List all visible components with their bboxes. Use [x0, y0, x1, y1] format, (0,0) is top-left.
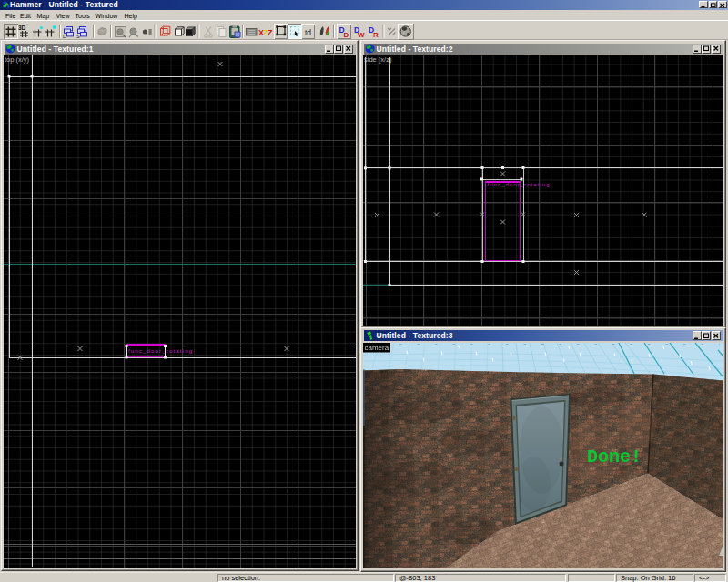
svg-text:D: D	[344, 31, 349, 39]
svg-text:R: R	[373, 31, 379, 39]
svg-text:Done!: Done!	[587, 447, 642, 467]
svg-text:3D: 3D	[18, 25, 26, 31]
svg-text:func_door_rotating: func_door_rotating	[488, 182, 550, 187]
svg-text:func_door_rotating: func_door_rotating	[128, 348, 192, 354]
svg-text:Z: Z	[268, 28, 273, 37]
svg-text:td: td	[305, 28, 311, 37]
svg-text:camera: camera	[365, 344, 389, 352]
svg-text:W: W	[358, 31, 365, 39]
svg-text:L: L	[63, 34, 66, 39]
svg-text:S: S	[76, 34, 80, 39]
